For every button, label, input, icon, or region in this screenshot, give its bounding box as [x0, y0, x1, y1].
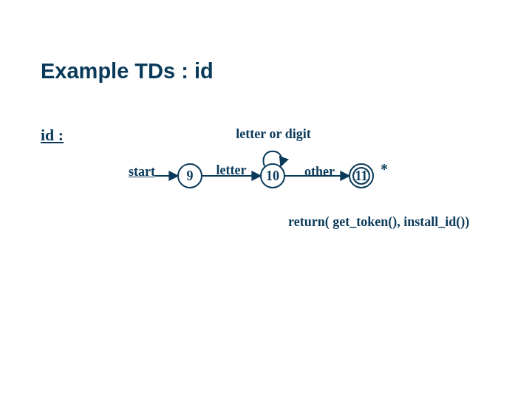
state-11-node-inner — [353, 168, 369, 184]
state-10-node — [261, 164, 284, 188]
transition-diagram — [0, 0, 532, 399]
state-9-node — [178, 164, 202, 188]
